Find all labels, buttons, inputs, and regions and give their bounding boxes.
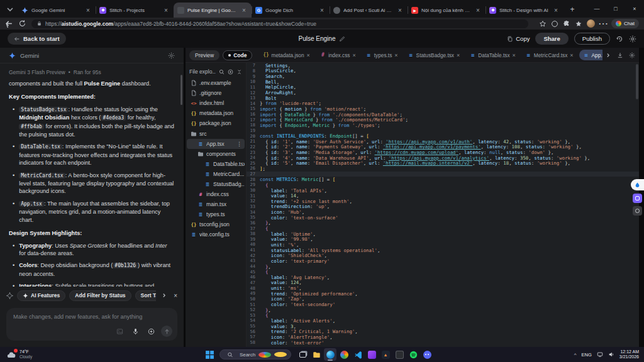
taskbar-alist-icon[interactable]: ▲ [379,348,392,361]
bookmark-star-icon[interactable] [539,20,547,28]
browser-tab[interactable]: Pulse Engine | Google AI Studio× [174,3,252,18]
editor-tab-close-icon[interactable]: × [352,52,355,58]
extensions-icon[interactable] [563,20,570,28]
suggestion-chip[interactable]: Add Filter by Status [69,290,131,301]
chips-next-icon[interactable] [161,292,167,299]
file-tree-item[interactable]: ≡StatusBadg... [187,179,245,189]
file-tree-item[interactable]: .env.example [187,78,245,88]
file-tree-item[interactable]: src [187,128,245,138]
editor-tab-close-icon[interactable]: × [457,52,460,58]
browser-chat-button[interactable]: Chat [611,19,639,28]
tab-close-icon[interactable]: × [396,7,404,14]
taskbar-taskview-icon[interactable] [296,348,309,361]
browser-tab[interactable]: Add Post ‹ Scuti Ai - Corporate sit× [330,3,408,18]
editor-tab[interactable]: ≡DataTable.tsx× [465,50,520,60]
browser-tab[interactable]: GGoogle Dịch× [252,3,330,18]
taskbar-cube-icon[interactable] [393,348,406,361]
chat-transcript[interactable]: Gemini 3 Flash Preview • Ran for 95s com… [0,63,184,287]
suggestions-spark-icon[interactable] [6,292,13,299]
tab-close-icon[interactable]: × [84,7,92,14]
file-tree-item[interactable]: {}metadata.json [187,108,245,118]
editor-tab-close-icon[interactable]: × [513,52,516,58]
file-tree-item[interactable]: components [187,149,245,159]
send-button[interactable] [161,326,172,337]
extension-purple-icon[interactable] [633,194,642,203]
close-icon[interactable]: × [625,0,644,18]
profile-avatar[interactable] [587,19,595,28]
gear-icon[interactable] [629,35,636,43]
suggestion-chip[interactable]: Sort Table Columns [135,290,157,301]
editor-tab-close-icon[interactable]: × [570,52,573,58]
url-bar[interactable]: https://aistudio.google.com/apps/eaaa7ed… [31,19,528,28]
chips-dismiss-icon[interactable]: × [174,292,177,299]
editor-tab[interactable]: ≡types.ts× [362,50,402,60]
tab-close-icon[interactable]: × [162,7,170,14]
file-tree-item[interactable]: ≡vite.config.ts [187,229,245,239]
file-tree-item[interactable]: ≡main.tsx [187,199,245,209]
browser-tab[interactable]: Stitch - Projects× [96,3,174,18]
history-icon[interactable] [616,35,623,43]
file-menu-icon[interactable]: ⋮ [236,141,245,147]
speaker-icon[interactable] [608,351,614,358]
taskbar-search[interactable]: Search [219,349,291,359]
tab-close-icon[interactable]: × [240,7,248,14]
taskbar-folder-icon[interactable] [310,348,323,361]
file-tree-item[interactable]: .gitignore [187,88,245,98]
taskbar-copilot-icon[interactable] [338,348,350,361]
new-tab-button[interactable]: + [567,4,577,14]
tab-close-icon[interactable]: × [318,7,326,14]
publish-button[interactable]: Publish [574,33,610,45]
attach-image-button[interactable] [114,326,125,337]
browser-tab[interactable]: ▶Nội dung của kênh - YouTube Stu× [408,3,486,18]
minimize-icon[interactable]: — [587,0,606,18]
taskbar-spotify-icon[interactable] [407,348,419,361]
editor-tab-close-icon[interactable]: × [307,52,310,58]
browser-tab[interactable]: Google Gemini× [18,3,96,18]
taskbar-stitchapp-icon[interactable] [365,348,378,361]
taskbar-discord-icon[interactable] [421,348,433,361]
editor-tab[interactable]: {}metadata.json× [258,50,314,60]
collapse-explorer-icon[interactable] [236,69,242,75]
maximize-icon[interactable]: □ [606,0,625,18]
file-tree-item[interactable]: ≡App.tsx⋮ [187,139,245,149]
copy-button[interactable]: Copy [507,35,530,42]
file-tree-item[interactable]: #index.css [187,189,245,199]
taskbar-clock[interactable]: 12:12 AM 3/21/2026 [619,349,639,360]
file-tree-item[interactable]: {}package.json [187,118,245,128]
mic-button[interactable] [130,326,141,337]
editor-tab-close-icon[interactable]: × [394,52,397,58]
file-tree-item[interactable]: ≡MetricCard... [187,169,245,179]
chat-scrollbar[interactable] [180,75,182,105]
editor-scrollbar[interactable] [636,64,638,99]
download-icon[interactable] [617,52,623,58]
extension-gray-icon[interactable] [633,206,642,216]
taskbar-weather-widget[interactable]: 74°F Cloudy [0,349,32,359]
code-editor[interactable]: 7 Settings,8 PlusCircle,9 Search,10 Bell… [247,63,639,347]
tab-search-chevron-icon[interactable] [5,4,15,14]
tray-chevron-icon[interactable]: ^ [574,352,577,358]
file-tree-item[interactable]: {}tsconfig.json [187,219,245,229]
language-indicator[interactable]: ENG [582,352,592,358]
lock-icon[interactable] [36,21,42,26]
tab-close-icon[interactable]: × [474,7,482,14]
suggestion-chip[interactable]: AI Features [17,290,65,301]
edge-sidebar-button[interactable] [631,179,644,190]
file-tree-item[interactable]: ≡types.ts [187,209,245,219]
add-content-button[interactable] [145,326,157,337]
editor-settings-icon[interactable] [629,52,635,58]
code-tab[interactable]: Code [223,50,252,60]
editor-tab[interactable]: #index.css× [316,50,360,60]
taskbar-vscode-icon[interactable] [352,348,364,361]
tabs-overflow-chevron-icon[interactable] [605,52,611,58]
editor-tab[interactable]: ≡App.tsx× [579,50,602,60]
browser-tab[interactable]: Stitch - Design with AI× [486,3,564,18]
back-icon[interactable] [5,19,13,28]
search-circle-icon[interactable] [551,20,558,28]
editor-tab[interactable]: ≡MetricCard.tsx× [521,50,578,60]
share-button[interactable]: Share [535,33,568,45]
new-file-icon[interactable] [228,69,233,75]
start-button-icon[interactable] [205,350,214,359]
taskbar-edge-icon[interactable] [324,348,336,361]
preview-tab[interactable]: Preview [189,50,219,60]
explorer-search-icon[interactable] [219,69,225,75]
